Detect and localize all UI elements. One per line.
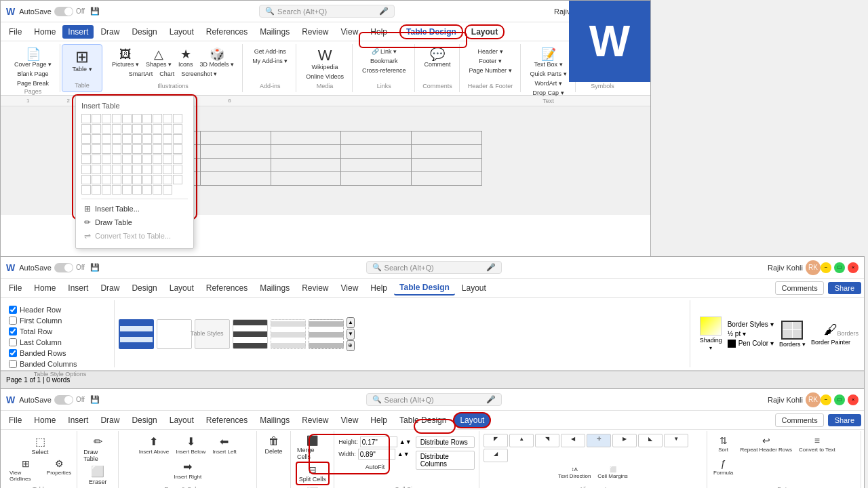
table-grid-cell[interactable] xyxy=(163,185,172,195)
table-grid-cell[interactable] xyxy=(112,134,121,144)
table-grid-cell[interactable] xyxy=(112,144,121,154)
table-grid-cell[interactable] xyxy=(122,165,132,174)
borders-label[interactable]: Borders ▾ xyxy=(779,341,806,348)
menu-layout-1[interactable]: Layout xyxy=(164,25,199,39)
table-grid-cell[interactable] xyxy=(112,165,121,174)
table-grid-cell[interactable] xyxy=(102,175,111,184)
menu-view-2[interactable]: View xyxy=(336,281,364,295)
table-btn[interactable]: ⊞ Table ▾ xyxy=(70,47,95,74)
maximize-btn-3[interactable]: □ xyxy=(834,394,845,405)
table-grid-cell[interactable] xyxy=(153,144,162,154)
split-cells-btn[interactable]: ⊟ Split Cells xyxy=(296,462,330,485)
smartart-btn[interactable]: SmartArt xyxy=(126,69,156,79)
text-direction-btn[interactable]: ↕A Text Direction xyxy=(556,465,593,481)
table-grid-cell[interactable] xyxy=(163,144,172,154)
menu-insert-3[interactable]: Insert xyxy=(62,413,94,427)
table-grid-cell[interactable] xyxy=(81,124,91,134)
table-grid-cell[interactable] xyxy=(81,175,91,184)
table-style-swatch-4[interactable] xyxy=(233,319,268,349)
menu-insert-1[interactable]: Insert xyxy=(62,25,94,39)
table-grid-cell[interactable] xyxy=(142,185,152,195)
table-grid-cell[interactable] xyxy=(173,144,182,154)
height-input[interactable] xyxy=(360,436,397,447)
minimize-btn-2[interactable]: − xyxy=(821,262,831,273)
align-mc-btn[interactable]: ✛ xyxy=(587,434,611,447)
autosave-toggle-3[interactable] xyxy=(54,395,73,405)
blank-page-btn[interactable]: Blank Page xyxy=(14,69,51,79)
table-grid-cell[interactable] xyxy=(132,144,142,154)
menu-view-3[interactable]: View xyxy=(336,413,364,427)
icons-btn[interactable]: ★ Icons xyxy=(176,47,196,69)
table-grid-cell[interactable] xyxy=(163,134,172,144)
draw-table-item[interactable]: ✏ Draw Table xyxy=(81,216,188,229)
menu-file-1[interactable]: File xyxy=(3,25,27,39)
align-ml-btn[interactable]: ◀ xyxy=(561,434,585,447)
table-grid-cell[interactable] xyxy=(81,134,91,144)
online-videos-btn[interactable]: Online Videos xyxy=(303,72,347,81)
align-br-btn[interactable]: ◢ xyxy=(484,449,508,462)
distribute-cols-btn[interactable]: Distribute Columns xyxy=(416,451,475,470)
menu-references-3[interactable]: References xyxy=(201,413,253,427)
eraser-btn[interactable]: ⬜ Eraser xyxy=(85,464,110,487)
table-grid-cell[interactable] xyxy=(112,124,121,134)
draw-table-btn-3[interactable]: ✏ Draw Table xyxy=(81,434,114,464)
table-grid-cell[interactable] xyxy=(112,185,121,195)
table-grid-cell[interactable] xyxy=(163,175,172,184)
table-grid-cell[interactable] xyxy=(142,155,152,164)
minimize-btn-3[interactable]: − xyxy=(821,394,831,405)
align-mr-btn[interactable]: ▶ xyxy=(612,434,637,447)
search-bar-2[interactable]: 🔍 Search (Alt+Q) 🎤 xyxy=(366,261,502,274)
get-addins-btn[interactable]: Get Add-ins xyxy=(252,47,289,56)
menu-mailings-2[interactable]: Mailings xyxy=(254,281,295,295)
bookmark-btn[interactable]: Bookmark xyxy=(368,56,401,66)
table-grid-cell[interactable] xyxy=(102,165,111,174)
table-grid-cell[interactable] xyxy=(132,124,142,134)
save-icon-3[interactable]: 💾 xyxy=(90,395,100,404)
convert-to-text-btn[interactable]: ≡ Convert to Text xyxy=(797,434,837,454)
table-grid-cell[interactable] xyxy=(81,165,91,174)
insert-below-btn[interactable]: ⬇ Insert Below xyxy=(174,434,208,456)
properties-btn[interactable]: ⚙ Properties xyxy=(45,457,73,483)
formula-btn[interactable]: ƒ Formula xyxy=(711,457,736,477)
select-btn[interactable]: ⬚ Select xyxy=(28,434,52,457)
table-grid-cell[interactable] xyxy=(122,185,132,195)
table-grid-cell[interactable] xyxy=(173,114,182,123)
table-grid-cell[interactable] xyxy=(92,114,101,123)
menu-home-2[interactable]: Home xyxy=(28,281,61,295)
table-grid-cell[interactable] xyxy=(122,114,132,123)
table-grid-cell[interactable] xyxy=(81,185,91,195)
cross-ref-btn[interactable]: Cross-reference xyxy=(359,66,409,75)
footer-btn[interactable]: Footer ▾ xyxy=(476,56,505,66)
table-grid-cell[interactable] xyxy=(173,134,182,144)
my-addins-btn[interactable]: My Add-ins ▾ xyxy=(250,56,290,66)
table-grid-cell[interactable] xyxy=(153,124,162,134)
chart-btn[interactable]: Chart xyxy=(157,69,177,79)
table-grid-cell[interactable] xyxy=(81,144,91,154)
table-grid-cell[interactable] xyxy=(142,134,152,144)
table-grid-cell[interactable] xyxy=(173,124,182,134)
menu-mailings-3[interactable]: Mailings xyxy=(254,413,295,427)
distribute-rows-btn[interactable]: Distribute Rows xyxy=(416,436,475,448)
table-grid-cell[interactable] xyxy=(132,185,142,195)
pictures-btn[interactable]: 🖼 Pictures ▾ xyxy=(109,47,142,69)
height-spinner[interactable]: ▲▼ xyxy=(399,439,412,445)
first-column-checkbox[interactable]: First Column xyxy=(9,317,111,325)
table-grid-cell[interactable] xyxy=(122,124,132,134)
cell-margins-btn[interactable]: ⬜ Cell Margins xyxy=(595,465,629,481)
table-grid-cell[interactable] xyxy=(112,175,121,184)
table-grid-cell[interactable] xyxy=(102,155,111,164)
table-grid-cell[interactable] xyxy=(173,155,182,164)
convert-text-item[interactable]: ⇌ Convert Text to Table... xyxy=(81,229,188,243)
quick-parts-btn[interactable]: Quick Parts ▾ xyxy=(528,69,570,79)
menu-layout-tab-2[interactable]: Layout xyxy=(456,281,492,295)
table-grid-cell[interactable] xyxy=(122,134,132,144)
link-btn[interactable]: 🔗 Link ▾ xyxy=(369,47,400,56)
table-grid-cell[interactable] xyxy=(163,165,172,174)
insert-above-btn[interactable]: ⬆ Insert Above xyxy=(137,434,171,456)
autosave-toggle-1[interactable] xyxy=(54,7,73,16)
menu-design-2[interactable]: Design xyxy=(126,281,162,295)
table-grid-cell[interactable] xyxy=(102,185,111,195)
autofit-btn[interactable]: AutoFit xyxy=(338,462,411,472)
comments-btn-2[interactable]: Comments xyxy=(775,281,823,295)
menu-help-2[interactable]: Help xyxy=(365,281,393,295)
